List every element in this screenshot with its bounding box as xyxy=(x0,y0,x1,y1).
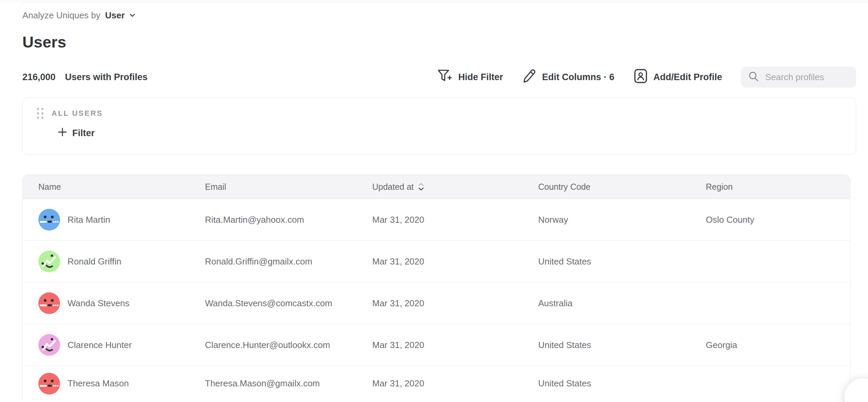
email-cell: Ronald.Griffin@gmailx.com xyxy=(205,256,372,267)
country-cell: Australia xyxy=(538,298,706,309)
search-profiles-box[interactable] xyxy=(741,67,856,88)
column-header-label: Region xyxy=(706,182,733,192)
updated-cell: Mar 31, 2020 xyxy=(372,340,538,350)
column-header-label: Updated at xyxy=(372,182,414,192)
stats-toolbar-row: 216,000 Users with Profiles Hide Filter xyxy=(22,67,856,88)
profiles-count: 216,000 xyxy=(22,72,56,83)
email-cell: Theresa.Mason@gmailx.com xyxy=(205,378,372,389)
analyze-by-row: Analyze Uniques by User xyxy=(22,10,856,21)
column-header-updated-at[interactable]: Updated at xyxy=(372,182,538,192)
table-header: NameEmailUpdated atCountry CodeRegion xyxy=(22,175,850,199)
add-edit-profile-button[interactable]: Add/Edit Profile xyxy=(633,68,722,86)
name-cell: Clarence Hunter xyxy=(23,334,205,356)
edit-columns-button[interactable]: Edit Columns · 6 xyxy=(522,69,614,86)
country-cell: United States xyxy=(538,378,706,389)
chevron-down-icon xyxy=(128,11,136,19)
pencil-icon xyxy=(522,69,536,86)
name-cell: Wanda Stevens xyxy=(23,292,205,314)
region-cell: Georgia xyxy=(706,340,850,350)
user-name: Theresa Mason xyxy=(68,378,129,389)
users-table: NameEmailUpdated atCountry CodeRegion Ri… xyxy=(22,175,850,401)
table-body: Rita MartinRita.Martin@yahoox.comMar 31,… xyxy=(22,199,850,401)
column-header-email[interactable]: Email xyxy=(205,182,372,192)
plus-icon xyxy=(57,127,68,140)
column-header-label: Email xyxy=(205,182,226,192)
email-cell: Rita.Martin@yahoox.com xyxy=(205,215,372,225)
user-name: Wanda Stevens xyxy=(68,298,130,309)
column-header-country-code[interactable]: Country Code xyxy=(538,182,706,192)
profile-card-icon xyxy=(633,68,648,86)
analyze-by-dropdown[interactable]: User xyxy=(105,10,136,21)
filter-panel: ALL USERS Filter xyxy=(22,97,856,155)
table-row[interactable]: Clarence HunterClarence.Hunter@outlookx.… xyxy=(23,324,850,366)
avatar xyxy=(38,292,60,314)
profiles-count-group: 216,000 Users with Profiles xyxy=(22,72,148,83)
edit-columns-label: Edit Columns · 6 xyxy=(542,72,614,83)
column-header-label: Country Code xyxy=(538,182,590,192)
updated-cell: Mar 31, 2020 xyxy=(372,298,538,309)
column-header-label: Name xyxy=(38,182,61,192)
top-strip xyxy=(0,0,868,2)
country-cell: United States xyxy=(538,256,706,267)
table-row[interactable]: Wanda StevensWanda.Stevens@comcastx.comM… xyxy=(23,282,850,324)
analyze-by-value: User xyxy=(105,10,125,21)
search-icon xyxy=(748,70,760,84)
avatar xyxy=(38,334,60,356)
email-cell: Wanda.Stevens@comcastx.com xyxy=(205,298,372,309)
column-header-name[interactable]: Name xyxy=(23,182,205,192)
sort-icon[interactable] xyxy=(418,182,424,191)
page-title: Users xyxy=(22,33,856,52)
updated-cell: Mar 31, 2020 xyxy=(372,215,538,225)
email-cell: Clarence.Hunter@outlookx.com xyxy=(205,340,372,350)
table-row[interactable]: Ronald GriffinRonald.Griffin@gmailx.comM… xyxy=(23,241,850,282)
country-cell: United States xyxy=(538,340,706,350)
add-edit-profile-label: Add/Edit Profile xyxy=(654,72,722,83)
toolbar: Hide Filter Edit Columns · 6 xyxy=(437,67,856,88)
avatar xyxy=(38,373,60,395)
updated-cell: Mar 31, 2020 xyxy=(372,378,538,389)
hide-filter-label: Hide Filter xyxy=(458,72,503,83)
analyze-by-label: Analyze Uniques by xyxy=(22,10,100,21)
name-cell: Rita Martin xyxy=(23,209,205,231)
table-row[interactable]: Theresa MasonTheresa.Mason@gmailx.comMar… xyxy=(23,366,850,401)
updated-cell: Mar 31, 2020 xyxy=(372,256,538,267)
country-cell: Norway xyxy=(538,215,706,225)
filter-group-label: ALL USERS xyxy=(52,109,103,118)
column-header-region[interactable]: Region xyxy=(706,182,850,192)
name-cell: Ronald Griffin xyxy=(23,251,205,272)
avatar xyxy=(38,251,60,272)
search-input[interactable] xyxy=(765,72,849,83)
users-page: Analyze Uniques by User Users 216,000 Us… xyxy=(0,0,868,402)
name-cell: Theresa Mason xyxy=(23,373,205,395)
add-filter-button[interactable]: Filter xyxy=(57,127,95,140)
table-row[interactable]: Rita MartinRita.Martin@yahoox.comMar 31,… xyxy=(23,199,850,241)
avatar xyxy=(38,209,60,231)
user-name: Ronald Griffin xyxy=(68,256,121,267)
user-name: Clarence Hunter xyxy=(68,340,132,350)
profiles-count-label: Users with Profiles xyxy=(65,72,148,83)
user-name: Rita Martin xyxy=(68,215,110,225)
add-filter-label: Filter xyxy=(72,128,95,139)
funnel-plus-icon xyxy=(437,69,453,86)
hide-filter-button[interactable]: Hide Filter xyxy=(437,69,503,86)
drag-handle-icon[interactable] xyxy=(37,108,43,119)
region-cell: Oslo County xyxy=(706,215,850,225)
